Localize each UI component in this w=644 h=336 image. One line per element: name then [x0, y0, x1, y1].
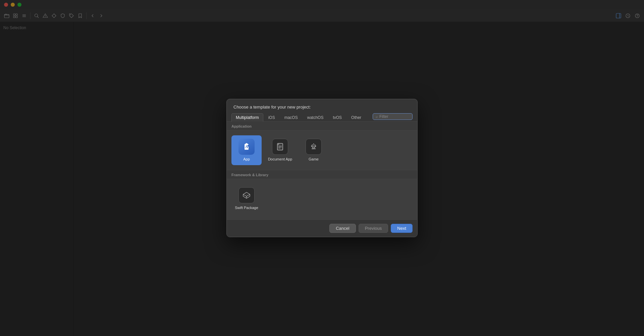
template-swift-package[interactable]: Swift Package — [231, 184, 262, 215]
tab-other[interactable]: Other — [347, 113, 366, 122]
tab-tvos[interactable]: tvOS — [328, 113, 346, 122]
document-app-template-label: Document App — [268, 157, 292, 161]
modal-footer: Cancel Previous Next — [227, 219, 417, 237]
game-template-label: Game — [309, 157, 319, 161]
svg-point-33 — [312, 148, 313, 149]
modal-header: Choose a template for your new project: — [227, 99, 417, 110]
application-section-header: Application — [227, 122, 417, 131]
svg-point-24 — [315, 145, 316, 146]
svg-point-35 — [313, 148, 314, 149]
tab-multiplatform[interactable]: Multiplatform — [231, 113, 263, 122]
svg-point-34 — [315, 148, 316, 149]
swift-package-icon — [238, 187, 255, 203]
game-icon — [306, 139, 322, 155]
svg-point-29 — [314, 147, 315, 148]
tabs-left: Multiplatform iOS macOS watchOS tvOS Oth… — [231, 113, 366, 121]
framework-template-grid: Swift Package — [227, 179, 417, 219]
app-icon: A — [238, 139, 255, 155]
new-project-modal: Choose a template for your new project: … — [226, 99, 418, 237]
tab-watchos[interactable]: watchOS — [303, 113, 328, 122]
svg-point-32 — [313, 144, 314, 145]
svg-rect-19 — [277, 143, 283, 150]
app-template-label: App — [243, 157, 250, 161]
template-game[interactable]: Game — [299, 135, 329, 165]
modal-overlay: Choose a template for your new project: … — [0, 0, 644, 336]
template-document-app[interactable]: Document App — [265, 135, 295, 165]
previous-button[interactable]: Previous — [359, 224, 388, 233]
framework-library-section: Framework & Library — [227, 170, 417, 219]
tabs-filter-row: Multiplatform iOS macOS watchOS tvOS Oth… — [227, 110, 417, 122]
svg-point-26 — [313, 146, 314, 147]
modal-content: Application A App — [227, 122, 417, 219]
application-template-grid: A App — [227, 131, 417, 170]
modal-title: Choose a template for your new project: — [233, 105, 311, 110]
filter-wrapper: ⌕ — [373, 113, 413, 120]
framework-section-header: Framework & Library — [227, 170, 417, 179]
cancel-button[interactable]: Cancel — [329, 224, 356, 233]
svg-point-31 — [315, 146, 316, 147]
tab-macos[interactable]: macOS — [280, 113, 302, 122]
svg-point-23 — [312, 145, 313, 146]
document-app-icon — [272, 139, 288, 155]
svg-text:A: A — [245, 144, 248, 149]
tab-ios[interactable]: iOS — [264, 113, 279, 122]
filter-input[interactable] — [379, 114, 410, 119]
next-button[interactable]: Next — [391, 224, 413, 233]
swift-package-template-label: Swift Package — [235, 205, 258, 210]
svg-point-28 — [313, 147, 314, 148]
svg-point-30 — [311, 146, 312, 147]
filter-search-icon: ⌕ — [376, 115, 378, 119]
svg-line-37 — [245, 193, 248, 195]
template-app[interactable]: A App — [231, 135, 262, 165]
